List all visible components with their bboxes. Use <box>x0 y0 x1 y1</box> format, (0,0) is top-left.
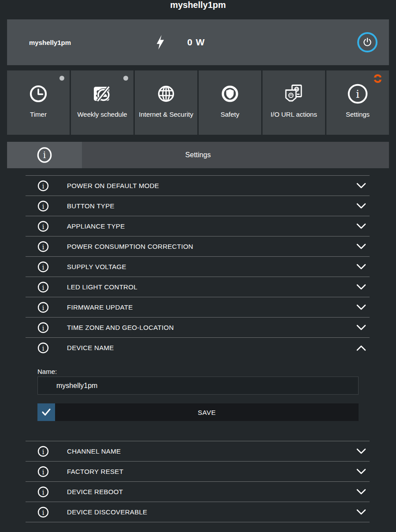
settings-panel-header: i Settings <box>7 142 389 168</box>
settings-section-title: LED LIGHT CONTROL <box>67 283 137 291</box>
info-icon: i <box>37 281 49 293</box>
tab-label: Safety <box>218 111 242 118</box>
tab-label: Weekly schedule <box>74 111 130 118</box>
settings-section-title: POWER CONSUMPTION CORRECTION <box>67 243 193 250</box>
settings-section-power-consumption-correction[interactable]: i POWER CONSUMPTION CORRECTION <box>26 236 370 256</box>
tab-i-o-url-actions[interactable]: I/O URL actions <box>263 70 325 135</box>
settings-sections-top: i POWER ON DEFAULT MODE i BUTTON TYPE <box>26 175 370 337</box>
svg-text:i: i <box>42 344 44 351</box>
settings-section-title: SUPPLY VOLTAGE <box>67 263 126 270</box>
lightning-bolt-icon <box>155 34 166 50</box>
chevron-down-icon <box>356 304 366 310</box>
svg-text:i: i <box>42 263 44 270</box>
settings-section-supply-voltage[interactable]: i SUPPLY VOLTAGE <box>26 256 370 277</box>
settings-section-firmware-update[interactable]: i FIRMWARE UPDATE <box>26 297 370 317</box>
info-icon: i <box>37 180 49 192</box>
tab-label: Internet & Security <box>136 111 196 118</box>
chevron-down-icon <box>356 203 366 209</box>
refresh-icon[interactable] <box>373 74 382 83</box>
name-field-label: Name: <box>37 358 359 377</box>
settings-section-title: DEVICE DISCOVERABLE <box>67 508 147 516</box>
tab-label: Settings <box>343 111 372 118</box>
chevron-down-icon <box>356 244 366 250</box>
info-icon: i <box>37 486 49 498</box>
info-icon: i <box>347 82 369 106</box>
notification-dot <box>123 76 128 81</box>
save-checkbox[interactable] <box>37 403 55 421</box>
settings-section-title: DEVICE NAME <box>67 344 114 351</box>
svg-text:i: i <box>43 150 46 160</box>
shield-icon <box>219 82 241 106</box>
tab-bar: Timer Weekly schedule Internet & Securit… <box>7 70 389 135</box>
settings-section-led-light-control[interactable]: i LED LIGHT CONTROL <box>26 277 370 297</box>
info-icon: i <box>37 302 49 313</box>
info-icon: i <box>37 506 49 518</box>
tab-settings[interactable]: i Settings <box>326 70 389 135</box>
info-icon: i <box>37 322 49 333</box>
page-title: myshelly1pm <box>0 0 396 11</box>
svg-text:i: i <box>42 243 44 250</box>
power-icon <box>362 37 373 48</box>
info-icon: i <box>37 261 49 273</box>
save-button[interactable]: SAVE <box>55 403 359 421</box>
settings-section-power-on-default-mode[interactable]: i POWER ON DEFAULT MODE <box>26 175 370 196</box>
settings-accordion: i POWER ON DEFAULT MODE i BUTTON TYPE <box>26 175 370 522</box>
power-toggle-button[interactable] <box>357 32 377 52</box>
svg-text:i: i <box>42 509 44 516</box>
settings-section-button-type[interactable]: i BUTTON TYPE <box>26 196 370 216</box>
power-consumption-value: 0 W <box>187 37 205 48</box>
chevron-down-icon <box>356 325 366 331</box>
chevron-down-icon <box>356 448 366 454</box>
svg-text:i: i <box>42 223 44 230</box>
tab-label: I/O URL actions <box>268 111 319 118</box>
chevron-down-icon <box>356 284 366 290</box>
device-name-panel: Name: SAVE <box>26 358 370 441</box>
info-icon: i <box>36 146 53 164</box>
settings-section-factory-reset[interactable]: i FACTORY RESET <box>26 461 370 481</box>
settings-section-title: POWER ON DEFAULT MODE <box>67 182 159 189</box>
chevron-down-icon <box>356 489 366 495</box>
svg-text:i: i <box>42 304 44 311</box>
tab-internet-security[interactable]: Internet & Security <box>135 70 197 135</box>
checkmark-icon <box>41 408 51 417</box>
info-icon: i <box>37 342 49 354</box>
chevron-down-icon <box>356 183 366 189</box>
svg-text:i: i <box>42 284 44 291</box>
device-name-label: myshelly1pm <box>29 39 155 46</box>
settings-section-appliance-type[interactable]: i APPLIANCE TYPE <box>26 216 370 236</box>
calendar-disabled-icon <box>91 82 113 106</box>
info-icon: i <box>37 200 49 212</box>
svg-text:i: i <box>42 203 44 210</box>
tab-weekly-schedule[interactable]: Weekly schedule <box>71 70 133 135</box>
chevron-down-icon <box>356 264 366 270</box>
settings-section-title: CHANNEL NAME <box>67 447 121 455</box>
settings-section-title: FIRMWARE UPDATE <box>67 303 133 311</box>
chevron-down-icon <box>356 469 366 475</box>
svg-text:i: i <box>42 488 44 495</box>
chevron-up-icon <box>356 345 366 351</box>
settings-section-channel-name[interactable]: i CHANNEL NAME <box>26 441 370 461</box>
svg-text:i: i <box>42 468 44 475</box>
settings-section-device-name[interactable]: i DEVICE NAME <box>26 337 370 358</box>
tab-safety[interactable]: Safety <box>199 70 261 135</box>
settings-sections-bottom: i CHANNEL NAME i FACTORY RESET <box>26 441 370 522</box>
settings-section-title: APPLIANCE TYPE <box>67 222 125 230</box>
info-icon: i <box>37 466 49 477</box>
info-icon: i <box>37 446 49 457</box>
svg-text:i: i <box>42 324 44 331</box>
settings-section-device-reboot[interactable]: i DEVICE REBOOT <box>26 481 370 502</box>
settings-section-title: FACTORY RESET <box>67 468 123 475</box>
tab-label: Timer <box>27 111 49 118</box>
device-name-input[interactable] <box>37 377 359 395</box>
svg-text:i: i <box>42 448 44 455</box>
tab-timer[interactable]: Timer <box>7 70 70 135</box>
settings-section-device-discoverable[interactable]: i DEVICE DISCOVERABLE <box>26 502 370 522</box>
globe-icon <box>155 82 177 106</box>
settings-section-title: DEVICE REBOOT <box>67 488 123 495</box>
device-card: myshelly1pm 0 W <box>7 19 389 65</box>
chevron-down-icon <box>356 223 366 229</box>
settings-panel-header-bar <box>82 142 389 168</box>
notification-dot <box>59 76 64 81</box>
settings-section-time-zone-and-geo-location[interactable]: i TIME ZONE AND GEO-LOCATION <box>26 317 370 337</box>
save-row: SAVE <box>37 403 359 421</box>
